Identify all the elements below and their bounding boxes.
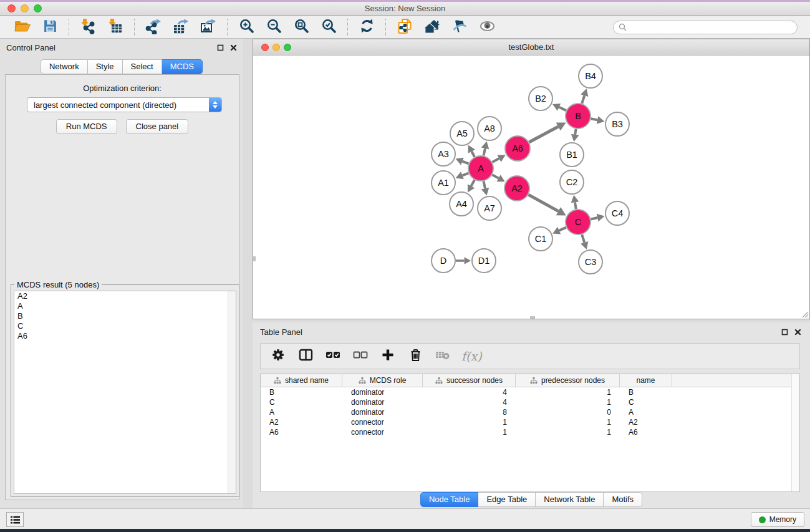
cell-mcds_role[interactable]: connector bbox=[342, 427, 423, 437]
network-canvas[interactable]: B4B2BB3A8A5A6A3B1AA1C2A2A4A7C4CC1C3DD1 bbox=[253, 56, 809, 319]
result-list-scrollbar[interactable] bbox=[228, 291, 236, 493]
column-header-name[interactable]: name bbox=[620, 374, 672, 387]
table-row[interactable]: Cdominator41C bbox=[261, 397, 799, 407]
table-row[interactable]: Bdominator41B bbox=[261, 387, 799, 397]
close-panel-button[interactable]: Close panel bbox=[126, 119, 189, 134]
edge-B-B3[interactable] bbox=[591, 118, 598, 120]
table-row[interactable]: A2connector11A2 bbox=[261, 417, 799, 427]
edge-C-C3[interactable] bbox=[582, 235, 584, 243]
cell-mcds_role[interactable]: dominator bbox=[342, 387, 423, 397]
float-table-panel-icon[interactable] bbox=[781, 329, 788, 336]
memory-button[interactable]: Memory bbox=[751, 512, 804, 527]
zoom-out-button[interactable] bbox=[263, 18, 285, 37]
zoom-selected-button[interactable] bbox=[317, 18, 340, 37]
cell-mcds_role[interactable]: dominator bbox=[342, 407, 423, 417]
cell-shared_name[interactable]: A2 bbox=[261, 417, 342, 427]
edge-A-A1[interactable] bbox=[462, 173, 468, 176]
cell-shared_name[interactable]: A6 bbox=[261, 427, 342, 437]
mcds-result-item[interactable]: A6 bbox=[14, 331, 236, 341]
cell-mcds_role[interactable]: connector bbox=[342, 417, 423, 427]
cell-name[interactable]: A2 bbox=[620, 417, 672, 427]
delete-column-button[interactable] bbox=[407, 347, 424, 365]
cell-successor_nodes[interactable]: 8 bbox=[423, 407, 516, 417]
edge-B-B4[interactable] bbox=[582, 95, 584, 104]
resize-handle[interactable] bbox=[530, 316, 535, 319]
cell-name[interactable]: A6 bbox=[620, 427, 672, 437]
close-window-button[interactable] bbox=[7, 4, 16, 12]
duplicate-network-button[interactable] bbox=[393, 18, 416, 37]
tab-network[interactable]: Network bbox=[41, 59, 88, 74]
node-table[interactable]: shared name MCDS role successor nodes pr… bbox=[260, 374, 800, 492]
zoom-window-button[interactable] bbox=[34, 4, 42, 12]
mcds-result-item[interactable]: C bbox=[14, 321, 236, 331]
open-session-button[interactable] bbox=[11, 18, 34, 37]
cell-successor_nodes[interactable]: 4 bbox=[423, 387, 516, 397]
table-row[interactable]: Adominator80A bbox=[261, 407, 799, 417]
network-window-titlebar[interactable]: testGlobe.txt bbox=[253, 39, 809, 56]
zoom-fit-button[interactable] bbox=[290, 18, 312, 37]
cell-shared_name[interactable]: C bbox=[261, 397, 342, 407]
minimize-window-button[interactable] bbox=[21, 4, 29, 12]
criterion-dropdown[interactable]: largest connected component (directed) bbox=[27, 97, 222, 112]
network-minimize-button[interactable] bbox=[272, 44, 280, 51]
tab-edge-table[interactable]: Edge Table bbox=[478, 492, 536, 507]
cell-successor_nodes[interactable]: 4 bbox=[423, 397, 516, 407]
deselect-all-columns-button[interactable] bbox=[352, 347, 369, 365]
tab-motifs[interactable]: Motifs bbox=[604, 492, 642, 507]
edge-A-A3[interactable] bbox=[462, 162, 468, 164]
edge-A-A4[interactable] bbox=[471, 180, 475, 186]
run-mcds-button[interactable]: Run MCDS bbox=[56, 119, 117, 134]
column-header-successor_nodes[interactable]: successor nodes bbox=[423, 374, 516, 387]
edge-C-C1[interactable] bbox=[559, 228, 566, 231]
cell-successor_nodes[interactable]: 1 bbox=[423, 417, 516, 427]
export-table-button[interactable] bbox=[170, 18, 192, 37]
table-scrollbar[interactable] bbox=[791, 374, 799, 491]
edge-C-C2[interactable] bbox=[575, 202, 576, 209]
search-box[interactable] bbox=[613, 21, 798, 34]
tab-select[interactable]: Select bbox=[123, 59, 162, 74]
zoom-in-button[interactable] bbox=[235, 18, 258, 37]
search-input[interactable] bbox=[630, 23, 792, 32]
cell-mcds_role[interactable]: dominator bbox=[342, 397, 423, 407]
cell-name[interactable]: A bbox=[620, 407, 672, 417]
close-panel-icon[interactable] bbox=[230, 44, 237, 51]
cell-name[interactable]: B bbox=[620, 387, 672, 397]
import-network-button[interactable] bbox=[77, 18, 99, 37]
edge-A6-B[interactable] bbox=[529, 127, 559, 142]
column-header-predecessor_nodes[interactable]: predecessor nodes bbox=[516, 374, 620, 387]
edge-A-A6[interactable] bbox=[492, 158, 499, 162]
export-image-button[interactable] bbox=[197, 18, 219, 37]
cell-shared_name[interactable]: B bbox=[261, 387, 342, 397]
task-history-button[interactable] bbox=[6, 512, 24, 527]
app-titlebar[interactable]: Session: New Session bbox=[0, 2, 810, 16]
resize-handle[interactable] bbox=[253, 256, 256, 261]
cell-predecessor_nodes[interactable]: 1 bbox=[516, 427, 620, 437]
cell-predecessor_nodes[interactable]: 1 bbox=[516, 417, 620, 427]
export-network-button[interactable] bbox=[142, 18, 165, 37]
import-table-button[interactable] bbox=[104, 18, 127, 37]
column-header-shared_name[interactable]: shared name bbox=[261, 374, 342, 387]
mcds-result-item[interactable]: A2 bbox=[14, 291, 236, 301]
tab-mcds[interactable]: MCDS bbox=[162, 59, 203, 74]
edge-A2-C[interactable] bbox=[528, 195, 558, 211]
tab-node-table[interactable]: Node Table bbox=[420, 492, 479, 507]
network-zoom-button[interactable] bbox=[284, 44, 291, 51]
network-close-button[interactable] bbox=[261, 44, 269, 51]
cell-predecessor_nodes[interactable]: 1 bbox=[516, 397, 620, 407]
eye-button[interactable] bbox=[476, 18, 498, 37]
settings-gear-button[interactable] bbox=[269, 347, 287, 365]
split-table-button[interactable] bbox=[297, 347, 314, 365]
column-header-mcds_role[interactable]: MCDS role bbox=[342, 374, 423, 387]
visibility-flag-button[interactable] bbox=[448, 18, 471, 37]
cell-predecessor_nodes[interactable]: 0 bbox=[516, 407, 620, 417]
edge-B-B2[interactable] bbox=[559, 107, 566, 110]
cell-successor_nodes[interactable]: 1 bbox=[423, 427, 516, 437]
cell-shared_name[interactable]: A bbox=[261, 407, 342, 417]
cell-name[interactable]: C bbox=[620, 397, 672, 407]
home-button[interactable] bbox=[421, 18, 443, 37]
float-panel-icon[interactable] bbox=[217, 44, 224, 51]
network-graph[interactable]: B4B2BB3A8A5A6A3B1AA1C2A2A4A7C4CC1C3DD1 bbox=[253, 56, 809, 319]
table-row[interactable]: A6connector11A6 bbox=[261, 427, 799, 437]
tab-style[interactable]: Style bbox=[88, 59, 123, 74]
cell-predecessor_nodes[interactable]: 1 bbox=[516, 387, 620, 397]
